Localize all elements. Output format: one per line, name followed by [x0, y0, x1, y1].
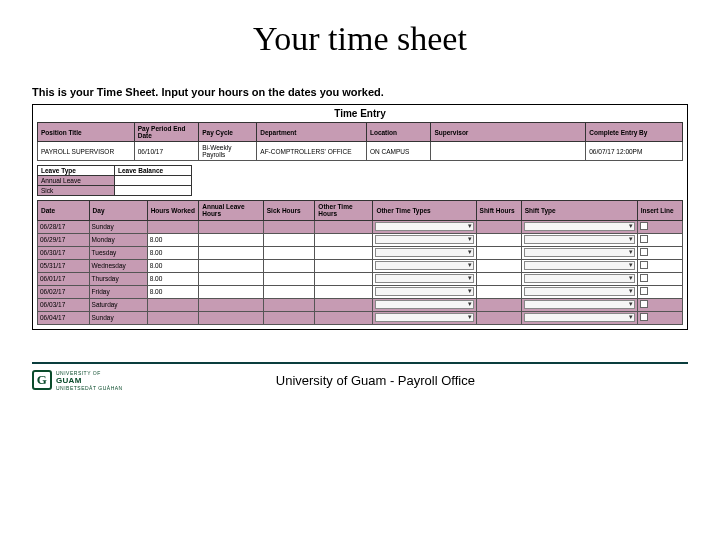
shift-type-select[interactable] — [521, 272, 637, 285]
dropdown-icon[interactable] — [375, 287, 473, 296]
shift-hours-input[interactable] — [476, 233, 521, 246]
table-row: 06/28/17Sunday — [38, 220, 683, 233]
shift-hours-input[interactable] — [476, 311, 521, 324]
dropdown-icon[interactable] — [524, 261, 635, 270]
other-time-input[interactable] — [315, 285, 373, 298]
insert-line-checkbox[interactable] — [637, 272, 682, 285]
dropdown-icon[interactable] — [375, 235, 473, 244]
other-time-input[interactable] — [315, 259, 373, 272]
checkbox-icon[interactable] — [640, 235, 648, 243]
checkbox-icon[interactable] — [640, 313, 648, 321]
hours-worked-input[interactable]: 8.00 — [147, 246, 199, 259]
hours-worked-input[interactable]: 8.00 — [147, 259, 199, 272]
dropdown-icon[interactable] — [375, 248, 473, 257]
sick-hours-input[interactable] — [263, 246, 315, 259]
other-time-type-select[interactable] — [373, 311, 476, 324]
shift-type-select[interactable] — [521, 246, 637, 259]
hours-worked-input[interactable] — [147, 220, 199, 233]
shift-hours-input[interactable] — [476, 285, 521, 298]
other-time-input[interactable] — [315, 272, 373, 285]
dropdown-icon[interactable] — [375, 261, 473, 270]
other-time-type-select[interactable] — [373, 272, 476, 285]
other-time-input[interactable] — [315, 246, 373, 259]
hours-worked-input[interactable] — [147, 311, 199, 324]
shift-hours-input[interactable] — [476, 259, 521, 272]
annual-leave-input[interactable] — [199, 285, 264, 298]
dropdown-icon[interactable] — [524, 235, 635, 244]
dropdown-icon[interactable] — [524, 313, 635, 322]
day-cell: Monday — [89, 233, 147, 246]
other-time-type-select[interactable] — [373, 285, 476, 298]
checkbox-icon[interactable] — [640, 300, 648, 308]
shift-type-select[interactable] — [521, 311, 637, 324]
dropdown-icon[interactable] — [375, 222, 473, 231]
sick-hours-input[interactable] — [263, 272, 315, 285]
shift-type-select[interactable] — [521, 220, 637, 233]
insert-line-checkbox[interactable] — [637, 233, 682, 246]
shift-type-select[interactable] — [521, 233, 637, 246]
day-cell: Tuesday — [89, 246, 147, 259]
shift-hours-input[interactable] — [476, 298, 521, 311]
day-cell: Sunday — [89, 311, 147, 324]
sick-hours-input[interactable] — [263, 220, 315, 233]
dropdown-icon[interactable] — [524, 300, 635, 309]
dropdown-icon[interactable] — [375, 313, 473, 322]
insert-line-checkbox[interactable] — [637, 298, 682, 311]
checkbox-icon[interactable] — [640, 287, 648, 295]
other-time-input[interactable] — [315, 220, 373, 233]
annual-leave-input[interactable] — [199, 246, 264, 259]
dropdown-icon[interactable] — [524, 287, 635, 296]
sick-hours-input[interactable] — [263, 233, 315, 246]
other-time-type-select[interactable] — [373, 298, 476, 311]
info-value: Bi-Weekly Payrolls — [199, 142, 257, 161]
shift-hours-input[interactable] — [476, 272, 521, 285]
shift-type-select[interactable] — [521, 298, 637, 311]
date-cell: 05/31/17 — [38, 259, 90, 272]
date-cell: 06/29/17 — [38, 233, 90, 246]
sick-hours-input[interactable] — [263, 285, 315, 298]
shift-hours-input[interactable] — [476, 246, 521, 259]
insert-line-checkbox[interactable] — [637, 220, 682, 233]
other-time-type-select[interactable] — [373, 220, 476, 233]
other-time-input[interactable] — [315, 233, 373, 246]
insert-line-checkbox[interactable] — [637, 259, 682, 272]
annual-leave-input[interactable] — [199, 298, 264, 311]
checkbox-icon[interactable] — [640, 261, 648, 269]
other-time-input[interactable] — [315, 311, 373, 324]
table-row: 06/04/17Sunday — [38, 311, 683, 324]
sick-hours-input[interactable] — [263, 259, 315, 272]
dropdown-icon[interactable] — [524, 248, 635, 257]
hours-worked-input[interactable]: 8.00 — [147, 233, 199, 246]
checkbox-icon[interactable] — [640, 222, 648, 230]
annual-leave-input[interactable] — [199, 311, 264, 324]
annual-leave-input[interactable] — [199, 220, 264, 233]
table-row: 06/30/17Tuesday8.00 — [38, 246, 683, 259]
checkbox-icon[interactable] — [640, 274, 648, 282]
other-time-type-select[interactable] — [373, 246, 476, 259]
insert-line-checkbox[interactable] — [637, 311, 682, 324]
annual-leave-input[interactable] — [199, 233, 264, 246]
shift-type-select[interactable] — [521, 259, 637, 272]
hours-worked-input[interactable] — [147, 298, 199, 311]
annual-leave-input[interactable] — [199, 272, 264, 285]
dropdown-icon[interactable] — [375, 300, 473, 309]
hours-worked-input[interactable]: 8.00 — [147, 272, 199, 285]
hours-worked-input[interactable]: 8.00 — [147, 285, 199, 298]
other-time-type-select[interactable] — [373, 233, 476, 246]
info-value: PAYROLL SUPERVISOR — [38, 142, 135, 161]
annual-leave-input[interactable] — [199, 259, 264, 272]
checkbox-icon[interactable] — [640, 248, 648, 256]
other-time-input[interactable] — [315, 298, 373, 311]
insert-line-checkbox[interactable] — [637, 285, 682, 298]
sick-hours-input[interactable] — [263, 311, 315, 324]
shift-hours-input[interactable] — [476, 220, 521, 233]
other-time-type-select[interactable] — [373, 259, 476, 272]
dropdown-icon[interactable] — [524, 222, 635, 231]
shift-type-select[interactable] — [521, 285, 637, 298]
dropdown-icon[interactable] — [375, 274, 473, 283]
date-cell: 06/28/17 — [38, 220, 90, 233]
leave-balance — [115, 176, 192, 186]
dropdown-icon[interactable] — [524, 274, 635, 283]
sick-hours-input[interactable] — [263, 298, 315, 311]
insert-line-checkbox[interactable] — [637, 246, 682, 259]
